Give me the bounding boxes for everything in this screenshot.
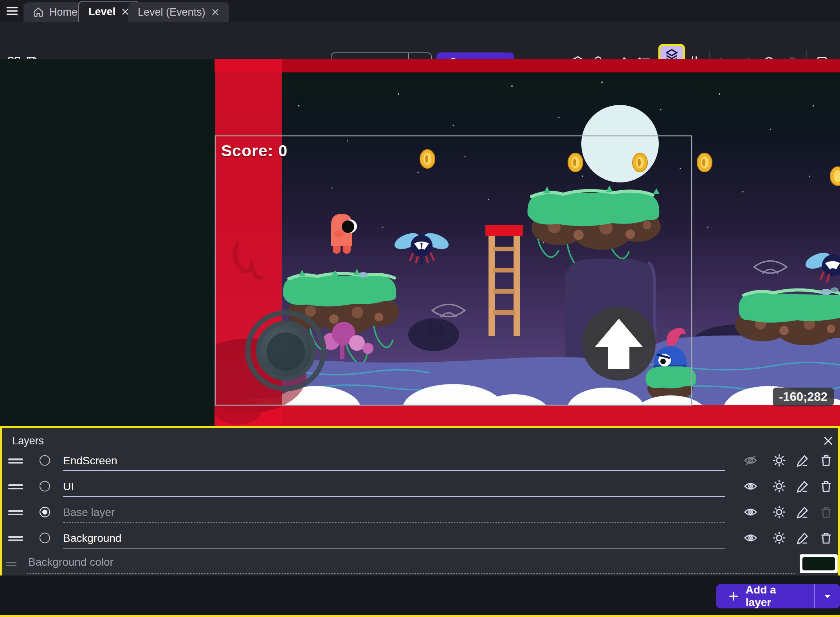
coin [697,153,712,172]
scene-editor-canvas[interactable]: Score: 0 -160;282 [0,59,840,426]
moon[interactable] [581,105,659,182]
score-text-object[interactable]: Score: 0 [221,142,288,160]
platform[interactable] [735,287,840,345]
chevron-down-icon [823,592,832,601]
layers-panel-title: Layers [12,435,44,447]
visibility-on-icon[interactable] [744,505,757,519]
delete-icon[interactable] [819,454,833,467]
edit-pencil-icon[interactable] [796,531,809,545]
cursor-coordinates-badge: -160;282 [773,388,834,406]
add-layer-dropdown[interactable] [814,584,840,608]
layer-row-ui: UI [2,473,840,499]
background-color-label: Background color [28,556,114,568]
drag-handle-icon[interactable] [8,509,23,516]
layer-row-base: Base layer [2,499,840,525]
tab-home[interactable]: Home [23,2,87,22]
plus-icon [728,590,739,602]
drag-handle-icon[interactable] [8,457,23,464]
layer-name-field[interactable]: EndScreen [63,451,725,471]
tab-home-label: Home [49,6,78,18]
layer-name-field[interactable]: Background [63,528,725,548]
edit-pencil-icon[interactable] [796,480,809,493]
layer-row-background: Background [2,525,840,551]
visibility-off-icon[interactable] [744,454,757,467]
game-scene[interactable] [215,59,840,426]
tab-level-label: Level [88,6,115,18]
swatch-color [802,557,835,570]
home-icon [33,7,44,18]
coin [420,150,435,168]
layer-name-field[interactable]: UI [63,476,725,497]
close-icon[interactable] [822,435,834,447]
add-layer-label: Add a layer [746,584,802,609]
add-layer-button[interactable]: Add a layer [716,584,840,608]
top-kill-zone[interactable] [215,59,840,72]
edit-pencil-icon[interactable] [796,505,809,519]
up-arrow-button[interactable] [582,307,656,381]
toolbar: Preview Publish [0,22,840,59]
delete-icon[interactable] [819,531,833,545]
background-color-underline [27,573,795,574]
menu-icon[interactable] [5,4,19,18]
tab-level-events[interactable]: Level (Events) [128,2,229,22]
layer-name-field[interactable]: Base layer [63,502,725,523]
bottom-kill-zone[interactable] [215,405,840,426]
drag-handle-icon[interactable] [8,483,23,490]
layer-radio[interactable] [40,455,50,466]
coin [633,153,647,172]
delete-icon[interactable] [819,480,833,493]
lighting-icon[interactable] [772,531,786,545]
edit-pencil-icon[interactable] [796,454,809,467]
lighting-icon[interactable] [772,505,786,519]
joystick-control[interactable] [248,313,324,389]
drag-handle-icon [6,560,21,567]
coin [568,153,583,172]
lighting-icon[interactable] [772,480,786,493]
lighting-icon[interactable] [772,454,786,467]
layer-radio-selected[interactable] [40,507,50,518]
layer-radio[interactable] [40,533,50,543]
drag-handle-icon[interactable] [8,534,23,541]
visibility-on-icon[interactable] [744,480,757,493]
layer-radio[interactable] [40,481,50,492]
background-color-swatch[interactable] [800,554,838,573]
close-icon[interactable] [211,8,220,16]
visibility-on-icon[interactable] [744,531,757,545]
background-color-row: Background color [0,552,840,576]
delete-icon-disabled [819,505,833,519]
layer-row-endscreen: EndScreen [2,447,840,473]
tab-level-events-label: Level (Events) [138,6,205,18]
layers-panel-footer [0,576,840,615]
tab-bar: Home Level Level (Events) [0,0,840,22]
